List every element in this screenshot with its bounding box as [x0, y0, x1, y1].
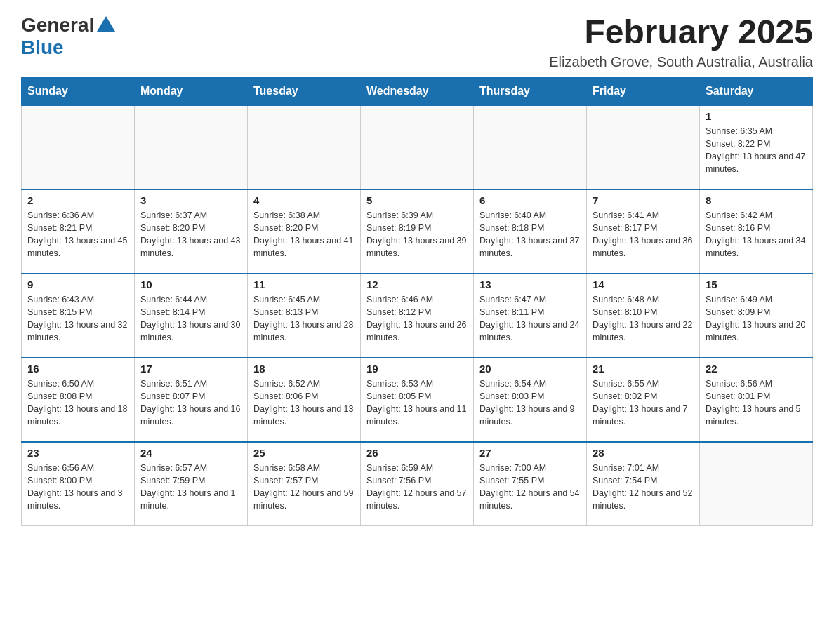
month-year-title: February 2025: [549, 14, 813, 51]
day-number: 13: [479, 279, 581, 290]
calendar-cell: 28Sunrise: 7:01 AMSunset: 7:54 PMDayligh…: [587, 442, 700, 526]
day-info: Sunrise: 6:55 AMSunset: 8:02 PMDaylight:…: [593, 377, 694, 429]
day-number: 12: [366, 279, 468, 290]
day-info: Sunrise: 6:40 AMSunset: 8:18 PMDaylight:…: [479, 209, 581, 260]
page-header: General Blue February 2025 Elizabeth Gro…: [21, 14, 813, 70]
calendar-cell: 11Sunrise: 6:45 AMSunset: 8:13 PMDayligh…: [248, 274, 361, 358]
day-number: 17: [140, 363, 241, 375]
calendar-cell: 16Sunrise: 6:50 AMSunset: 8:08 PMDayligh…: [22, 358, 135, 442]
day-info: Sunrise: 6:51 AMSunset: 8:07 PMDaylight:…: [140, 377, 241, 429]
calendar-cell: 26Sunrise: 6:59 AMSunset: 7:56 PMDayligh…: [361, 442, 474, 526]
svg-marker-0: [97, 16, 115, 32]
calendar-cell: 7Sunrise: 6:41 AMSunset: 8:17 PMDaylight…: [587, 189, 700, 274]
day-number: 16: [27, 363, 128, 375]
calendar-cell: 15Sunrise: 6:49 AMSunset: 8:09 PMDayligh…: [700, 274, 813, 358]
logo-general-text: General: [21, 14, 94, 36]
calendar-cell: 25Sunrise: 6:58 AMSunset: 7:57 PMDayligh…: [248, 442, 361, 526]
day-number: 18: [253, 363, 355, 375]
day-info: Sunrise: 6:42 AMSunset: 8:16 PMDaylight:…: [706, 209, 807, 260]
calendar-cell: 18Sunrise: 6:52 AMSunset: 8:06 PMDayligh…: [248, 358, 361, 442]
day-info: Sunrise: 6:56 AMSunset: 8:00 PMDaylight:…: [27, 462, 128, 513]
day-number: 1: [706, 110, 807, 122]
day-number: 3: [140, 194, 241, 206]
day-info: Sunrise: 6:54 AMSunset: 8:03 PMDaylight:…: [479, 377, 581, 429]
calendar-week-row: 9Sunrise: 6:43 AMSunset: 8:15 PMDaylight…: [22, 274, 813, 358]
day-number: 27: [479, 447, 581, 459]
day-of-week-header: Thursday: [474, 77, 587, 105]
day-info: Sunrise: 6:59 AMSunset: 7:56 PMDaylight:…: [366, 462, 468, 513]
day-info: Sunrise: 6:58 AMSunset: 7:57 PMDaylight:…: [253, 462, 355, 513]
day-info: Sunrise: 7:00 AMSunset: 7:55 PMDaylight:…: [479, 462, 581, 513]
day-info: Sunrise: 6:57 AMSunset: 7:59 PMDaylight:…: [140, 462, 241, 513]
day-number: 7: [593, 194, 694, 206]
day-number: 11: [253, 279, 355, 290]
day-info: Sunrise: 6:36 AMSunset: 8:21 PMDaylight:…: [27, 209, 128, 260]
calendar-week-row: 2Sunrise: 6:36 AMSunset: 8:21 PMDaylight…: [22, 189, 813, 274]
day-of-week-header: Monday: [135, 77, 248, 105]
day-info: Sunrise: 6:44 AMSunset: 8:14 PMDaylight:…: [140, 293, 241, 344]
day-info: Sunrise: 6:38 AMSunset: 8:20 PMDaylight:…: [253, 209, 355, 260]
day-info: Sunrise: 6:53 AMSunset: 8:05 PMDaylight:…: [366, 377, 468, 429]
calendar-cell: [361, 105, 474, 189]
calendar-cell: 8Sunrise: 6:42 AMSunset: 8:16 PMDaylight…: [700, 189, 813, 274]
day-number: 4: [253, 194, 355, 206]
day-number: 22: [706, 363, 807, 375]
day-number: 28: [593, 447, 694, 459]
calendar-week-row: 23Sunrise: 6:56 AMSunset: 8:00 PMDayligh…: [22, 442, 813, 526]
calendar-cell: 5Sunrise: 6:39 AMSunset: 8:19 PMDaylight…: [361, 189, 474, 274]
calendar-cell: 12Sunrise: 6:46 AMSunset: 8:12 PMDayligh…: [361, 274, 474, 358]
day-number: 2: [27, 194, 128, 206]
day-info: Sunrise: 6:50 AMSunset: 8:08 PMDaylight:…: [27, 377, 128, 429]
calendar-cell: 19Sunrise: 6:53 AMSunset: 8:05 PMDayligh…: [361, 358, 474, 442]
day-info: Sunrise: 6:48 AMSunset: 8:10 PMDaylight:…: [593, 293, 694, 344]
calendar-cell: 17Sunrise: 6:51 AMSunset: 8:07 PMDayligh…: [135, 358, 248, 442]
calendar-table: SundayMondayTuesdayWednesdayThursdayFrid…: [21, 77, 813, 527]
day-info: Sunrise: 6:52 AMSunset: 8:06 PMDaylight:…: [253, 377, 355, 429]
location-subtitle: Elizabeth Grove, South Australia, Austra…: [549, 54, 813, 70]
calendar-cell: 23Sunrise: 6:56 AMSunset: 8:00 PMDayligh…: [22, 442, 135, 526]
calendar-cell: 9Sunrise: 6:43 AMSunset: 8:15 PMDaylight…: [22, 274, 135, 358]
day-info: Sunrise: 6:35 AMSunset: 8:22 PMDaylight:…: [706, 125, 807, 176]
calendar-cell: [587, 105, 700, 189]
calendar-cell: 1Sunrise: 6:35 AMSunset: 8:22 PMDaylight…: [700, 105, 813, 189]
day-of-week-header: Friday: [587, 77, 700, 105]
day-number: 23: [27, 447, 128, 459]
day-info: Sunrise: 6:45 AMSunset: 8:13 PMDaylight:…: [253, 293, 355, 344]
day-info: Sunrise: 6:41 AMSunset: 8:17 PMDaylight:…: [593, 209, 694, 260]
calendar-cell: 27Sunrise: 7:00 AMSunset: 7:55 PMDayligh…: [474, 442, 587, 526]
calendar-cell: 3Sunrise: 6:37 AMSunset: 8:20 PMDaylight…: [135, 189, 248, 274]
calendar-cell: [135, 105, 248, 189]
day-number: 26: [366, 447, 468, 459]
calendar-header-row: SundayMondayTuesdayWednesdayThursdayFrid…: [22, 77, 813, 105]
calendar-week-row: 16Sunrise: 6:50 AMSunset: 8:08 PMDayligh…: [22, 358, 813, 442]
calendar-cell: [22, 105, 135, 189]
day-number: 5: [366, 194, 468, 206]
day-info: Sunrise: 6:43 AMSunset: 8:15 PMDaylight:…: [27, 293, 128, 344]
day-info: Sunrise: 6:56 AMSunset: 8:01 PMDaylight:…: [706, 377, 807, 429]
calendar-cell: 21Sunrise: 6:55 AMSunset: 8:02 PMDayligh…: [587, 358, 700, 442]
title-block: February 2025 Elizabeth Grove, South Aus…: [549, 14, 813, 70]
calendar-week-row: 1Sunrise: 6:35 AMSunset: 8:22 PMDaylight…: [22, 105, 813, 189]
calendar-cell: 4Sunrise: 6:38 AMSunset: 8:20 PMDaylight…: [248, 189, 361, 274]
calendar-cell: 20Sunrise: 6:54 AMSunset: 8:03 PMDayligh…: [474, 358, 587, 442]
day-number: 14: [593, 279, 694, 290]
calendar-cell: 10Sunrise: 6:44 AMSunset: 8:14 PMDayligh…: [135, 274, 248, 358]
day-number: 10: [140, 279, 241, 290]
logo: General Blue: [21, 14, 117, 59]
day-number: 15: [706, 279, 807, 290]
calendar-cell: [700, 442, 813, 526]
day-of-week-header: Sunday: [22, 77, 135, 105]
logo-icon: [95, 15, 117, 36]
calendar-cell: 24Sunrise: 6:57 AMSunset: 7:59 PMDayligh…: [135, 442, 248, 526]
calendar-cell: 6Sunrise: 6:40 AMSunset: 8:18 PMDaylight…: [474, 189, 587, 274]
day-number: 9: [27, 279, 128, 290]
day-number: 6: [479, 194, 581, 206]
day-info: Sunrise: 7:01 AMSunset: 7:54 PMDaylight:…: [593, 462, 694, 513]
day-of-week-header: Saturday: [700, 77, 813, 105]
day-number: 21: [593, 363, 694, 375]
day-number: 20: [479, 363, 581, 375]
day-number: 25: [253, 447, 355, 459]
calendar-cell: [474, 105, 587, 189]
calendar-cell: 14Sunrise: 6:48 AMSunset: 8:10 PMDayligh…: [587, 274, 700, 358]
day-info: Sunrise: 6:37 AMSunset: 8:20 PMDaylight:…: [140, 209, 241, 260]
